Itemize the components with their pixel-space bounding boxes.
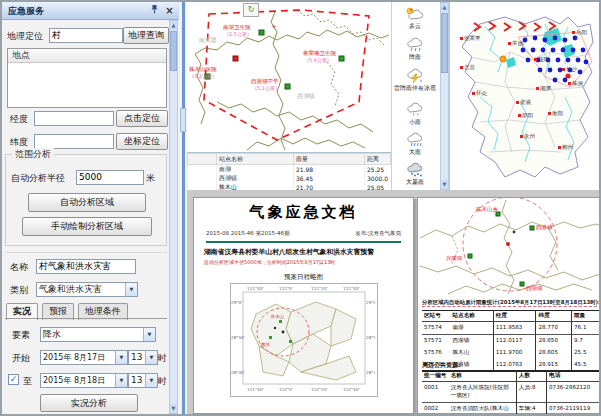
table-header-row: 统一编号 名称 人数 电话: [422, 371, 600, 382]
thunder-hail-icon: [404, 68, 426, 83]
station-marker[interactable]: [339, 56, 344, 61]
map-refresh-button[interactable]: ↻: [243, 3, 259, 17]
emergency-doc-page1[interactable]: 气象应急文档 2015-08 2015-46 第2015-46期 发布:汉寿县气…: [193, 197, 414, 414]
geo-input[interactable]: [49, 28, 123, 43]
end-date-value: 2015年 8月18日: [43, 376, 105, 385]
city-label: 娄底: [516, 99, 531, 106]
city-dot: [568, 82, 571, 85]
pin-icon[interactable]: [148, 4, 161, 17]
city-dot: [518, 114, 521, 117]
svg-text:112°0': 112°0': [279, 286, 293, 291]
chevron-down-icon[interactable]: ▼: [143, 328, 155, 341]
panel-title: 应急服务: [8, 6, 44, 16]
panel-scrollbar[interactable]: ▲ ▼: [169, 20, 178, 414]
station-marker[interactable]: [285, 84, 290, 89]
legend-label: 大暴雨: [392, 178, 438, 187]
svg-text:株木山乡: 株木山乡: [475, 206, 499, 212]
scroll-down-icon[interactable]: ▼: [441, 180, 448, 189]
scroll-down-icon[interactable]: ▼: [170, 404, 177, 413]
lat-input[interactable]: [34, 134, 114, 149]
col-distance: 距离: [365, 154, 391, 165]
manual-draw-area-button[interactable]: 手动绘制分析区域: [22, 217, 152, 236]
emergency-doc-page2[interactable]: 株木山乡 酉港镇 兴隆障 西湖镇 分析区域内自动站累计雨量统计(2015年8月1…: [417, 197, 601, 414]
geo-label: 地理定位: [7, 30, 43, 43]
close-icon[interactable]: ×: [163, 4, 176, 17]
city-label: 郴州: [558, 144, 573, 151]
marker-label: 南湖卫生院: [223, 24, 251, 30]
city-label: 株洲: [568, 80, 583, 87]
splitter-bar[interactable]: [182, 2, 185, 414]
scroll-up-icon[interactable]: ▲: [441, 3, 448, 12]
scrollbar-thumb[interactable]: [441, 13, 448, 73]
doc-subline-red: 自动分析区域半径5000米，分析时间2015年8月17日13时: [204, 259, 335, 265]
auto-analyze-area-button[interactable]: 自动分析区域: [28, 193, 146, 212]
legend-item[interactable]: 大暴雨: [392, 162, 438, 187]
svg-text:112°0': 112°0': [279, 387, 293, 392]
city-label: 邵阳: [518, 112, 533, 119]
end-hour-select[interactable]: 13 ▼: [128, 373, 158, 388]
county-boundaries: [195, 10, 389, 150]
lon-locate-button[interactable]: 点击定位: [116, 110, 168, 127]
run-live-analysis-button[interactable]: 实况分析: [40, 394, 138, 412]
scroll-up-icon[interactable]: ▲: [170, 21, 177, 30]
start-date-picker[interactable]: 2015年 8月17日 ▼: [40, 350, 128, 365]
legend-label: 雷阵雨伴有冰雹: [392, 84, 438, 93]
end-label: 至: [23, 375, 32, 388]
chevron-down-icon[interactable]: ▼: [115, 374, 127, 387]
city-label: 益阳: [534, 56, 549, 63]
element-select[interactable]: 降水 ▼: [40, 327, 156, 342]
svg-text:28°50': 28°50': [231, 335, 245, 340]
heavy-rain-icon: [404, 132, 426, 147]
station-marker[interactable]: [259, 30, 264, 35]
legend-item[interactable]: 雷阵雨伴有冰雹: [392, 68, 438, 93]
analysis-figure: 111°40'112°0' 112°20'112°40' 111°40'112°…: [230, 283, 378, 397]
chevron-down-icon[interactable]: ▼: [115, 351, 127, 364]
location-listbox[interactable]: 地点: [7, 48, 167, 108]
chevron-down-icon[interactable]: ▼: [145, 374, 157, 387]
marker-label: 株木山医院: [189, 66, 217, 72]
legend-item[interactable]: 多云: [392, 6, 438, 31]
place-name: 西湖镇: [297, 92, 315, 101]
start-hour-select[interactable]: 13 ▼: [128, 350, 158, 365]
legend-item[interactable]: 阵雨: [392, 37, 438, 62]
table-header-row: 站点名称 雨量 距离: [188, 154, 391, 165]
col-rainfall: 雨量: [294, 154, 365, 165]
end-date-picker[interactable]: 2015年 8月18日 ▼: [40, 373, 128, 388]
marker-distance: (3.2公里): [192, 73, 214, 79]
coord-locate-button[interactable]: 坐标定位: [116, 133, 168, 150]
svg-text:西湖镇: 西湖镇: [526, 285, 543, 292]
splitter-handle[interactable]: [180, 108, 186, 132]
radius-input[interactable]: [76, 170, 144, 185]
range-analysis-group: 范围分析 自动分析半径 米 自动分析区域 手动绘制分析区域: [5, 154, 167, 246]
emergency-service-panel: 应急服务 × 地理定位 地理查询 地点 经度 点击定位 纬度 坐标定位 范围分析…: [2, 2, 180, 414]
legend-label: 阵雨: [392, 53, 438, 62]
legend-item[interactable]: 小雨: [392, 102, 438, 127]
name-input[interactable]: [36, 259, 136, 274]
lon-input[interactable]: [34, 111, 114, 126]
table-row[interactable]: 南湖21.9825.25: [188, 165, 391, 175]
figure-caption: 预案日程略图: [194, 273, 413, 282]
chevron-down-icon[interactable]: ▼: [145, 351, 157, 364]
name-label: 名称: [10, 261, 28, 274]
panel-titlebar[interactable]: 应急服务 ×: [2, 2, 179, 20]
city-label: 长沙: [562, 66, 577, 73]
end-time-checkbox[interactable]: ✓: [8, 374, 19, 385]
city-dot: [472, 92, 475, 95]
legend-scrollbar[interactable]: ▲ ▼: [440, 2, 449, 190]
table-row[interactable]: 西湖镇36.453000.0: [188, 174, 391, 183]
legend-item[interactable]: 大雨: [392, 132, 438, 157]
city-dot: [508, 42, 511, 45]
alert-marker[interactable]: [233, 56, 238, 61]
chevron-down-icon[interactable]: ▼: [125, 283, 137, 296]
geo-query-button[interactable]: 地理查询: [123, 27, 169, 44]
province-map-panel[interactable]: 岳阳 张家界 常德 吉首 益阳 长沙 株洲 湘潭 怀化 娄底 邵阳 衡阳 永州 …: [449, 2, 600, 190]
legend-label: 大雨: [392, 148, 438, 157]
county-map-panel[interactable]: + 南湖卫生院 (2.5公里) 株木山医院 (3.2公里) 酉港镇中学 (5.1…: [187, 2, 392, 190]
col-header: 人数: [516, 371, 546, 382]
panel-splitter[interactable]: [179, 2, 187, 414]
city-dot: [548, 112, 551, 115]
scrollbar-thumb[interactable]: [170, 31, 177, 71]
element-label: 要素: [12, 329, 30, 342]
category-select[interactable]: 气象和洪水灾害 ▼: [36, 282, 138, 297]
svg-text:112°40': 112°40': [343, 286, 360, 291]
